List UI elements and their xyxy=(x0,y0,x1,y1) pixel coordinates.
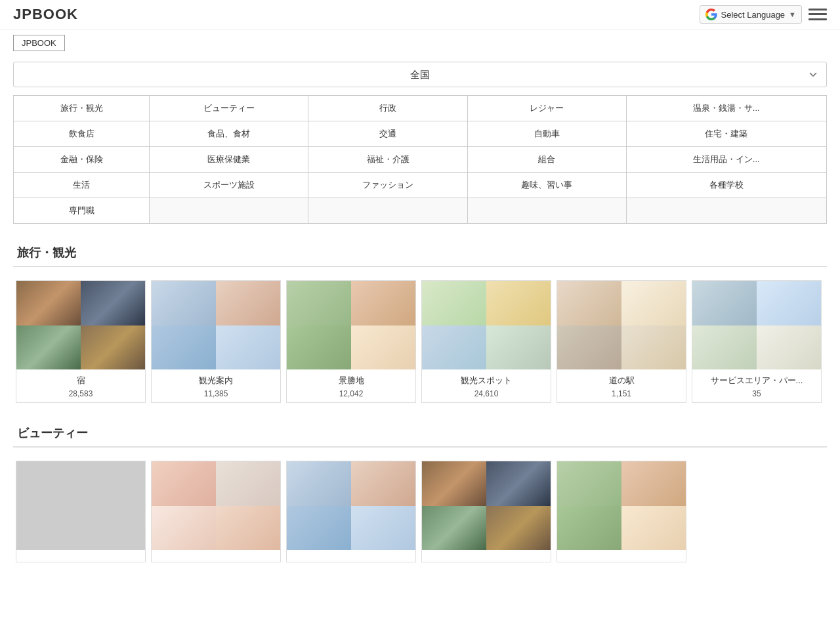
beauty-card[interactable] xyxy=(286,461,416,562)
beauty-divider xyxy=(13,446,827,448)
travel-card[interactable]: 宿 28,583 xyxy=(16,280,146,403)
card-info: サービスエリア・パー... 35 xyxy=(692,369,821,402)
page-header: JPBOOK Select Language ▼ xyxy=(0,0,840,30)
travel-cards-grid: 宿 28,583 観光案内 11,385 景勝地 12,042 xyxy=(13,278,827,406)
category-cell[interactable]: レジャー xyxy=(467,96,626,121)
card-image-tile xyxy=(81,326,145,370)
card-image-tile xyxy=(422,461,486,506)
card-count: 28,583 xyxy=(20,389,141,398)
category-cell[interactable]: 温泉・銭湯・サ... xyxy=(626,96,826,121)
travel-card[interactable]: 観光案内 11,385 xyxy=(151,280,281,403)
card-name: 観光案内 xyxy=(156,375,276,387)
travel-card[interactable]: サービスエリア・パー... 35 xyxy=(692,280,822,403)
travel-card[interactable]: 景勝地 12,042 xyxy=(286,280,416,403)
card-image-tile xyxy=(152,506,216,551)
category-section: 旅行・観光ビューティー行政レジャー温泉・銭湯・サ...飲食店食品、食材交通自動車… xyxy=(0,93,840,232)
beauty-card[interactable] xyxy=(556,461,686,562)
card-info xyxy=(16,550,145,562)
card-image-tile xyxy=(557,506,621,551)
card-image-tile xyxy=(621,326,686,370)
category-cell[interactable]: 交通 xyxy=(308,121,467,147)
card-image-tile xyxy=(16,461,81,506)
site-logo[interactable]: JPBOOK xyxy=(13,6,78,23)
card-image xyxy=(16,461,145,550)
card-image-tile xyxy=(422,281,486,326)
travel-card[interactable]: 道の駅 1,151 xyxy=(556,280,686,403)
card-image-tile xyxy=(351,281,415,326)
language-arrow: ▼ xyxy=(789,10,796,18)
card-image-tile xyxy=(216,281,280,326)
category-cell[interactable]: 生活 xyxy=(14,173,150,198)
card-image-tile xyxy=(557,461,621,506)
card-image-tile xyxy=(486,461,551,506)
category-cell[interactable]: 旅行・観光 xyxy=(14,96,150,121)
card-image xyxy=(152,461,280,550)
card-image-tile xyxy=(152,326,216,370)
breadcrumb-item[interactable]: JPBOOK xyxy=(13,35,65,51)
category-cell xyxy=(626,198,826,224)
card-image-tile xyxy=(351,506,415,551)
card-image-tile xyxy=(16,281,81,326)
region-dropdown-section: 全国 北海道 東北 関東 中部 近畿 中国 四国 九州・沖縄 xyxy=(0,56,840,93)
category-cell[interactable]: 飲食店 xyxy=(14,121,150,147)
menu-icon[interactable] xyxy=(808,7,827,22)
region-select[interactable]: 全国 北海道 東北 関東 中部 近畿 中国 四国 九州・沖縄 xyxy=(13,62,827,87)
card-image-tile xyxy=(216,326,280,370)
card-count: 12,042 xyxy=(291,389,411,398)
travel-card[interactable]: 観光スポット 24,610 xyxy=(421,280,551,403)
language-selector[interactable]: Select Language ▼ xyxy=(700,5,802,24)
category-cell[interactable]: 金融・保険 xyxy=(14,147,150,173)
category-cell[interactable]: ビューティー xyxy=(150,96,308,121)
card-image-tile xyxy=(557,281,621,326)
category-cell[interactable]: 専門職 xyxy=(14,198,150,224)
card-info xyxy=(152,550,280,562)
category-cell[interactable]: 食品、食材 xyxy=(150,121,308,147)
card-image-tile xyxy=(757,326,821,370)
beauty-card[interactable] xyxy=(151,461,281,562)
card-count: 1,151 xyxy=(561,389,682,398)
travel-divider xyxy=(13,266,827,267)
card-name: 観光スポット xyxy=(426,375,547,387)
beauty-card[interactable] xyxy=(421,461,551,562)
category-cell[interactable]: ファッション xyxy=(308,173,467,198)
card-image-tile xyxy=(81,461,145,506)
category-cell[interactable]: 趣味、習い事 xyxy=(467,173,626,198)
category-cell[interactable]: 生活用品・イン... xyxy=(626,147,826,173)
card-image xyxy=(16,281,145,369)
card-image-tile xyxy=(81,281,145,326)
card-image-tile xyxy=(621,461,686,506)
card-info xyxy=(557,550,686,562)
card-image xyxy=(422,281,551,369)
beauty-cards-grid xyxy=(13,458,827,565)
category-table: 旅行・観光ビューティー行政レジャー温泉・銭湯・サ...飲食店食品、食材交通自動車… xyxy=(13,95,827,224)
card-image-tile xyxy=(692,281,757,326)
card-info: 宿 28,583 xyxy=(16,369,145,402)
travel-section: 旅行・観光 宿 28,583 観光案内 11,385 xyxy=(0,232,840,412)
beauty-card[interactable] xyxy=(16,461,146,562)
card-info xyxy=(287,550,415,562)
category-cell[interactable]: 組合 xyxy=(467,147,626,173)
card-info xyxy=(422,550,551,562)
card-image xyxy=(152,281,280,369)
category-cell[interactable]: 自動車 xyxy=(467,121,626,147)
card-info: 景勝地 12,042 xyxy=(287,369,415,402)
card-image-tile xyxy=(692,326,757,370)
card-image-tile xyxy=(422,326,486,370)
category-cell[interactable]: 住宅・建築 xyxy=(626,121,826,147)
card-image-tile xyxy=(486,326,551,370)
card-image-tile xyxy=(287,326,351,370)
travel-section-title: 旅行・観光 xyxy=(13,238,827,266)
card-image-tile xyxy=(621,506,686,551)
category-cell[interactable]: 福祉・介護 xyxy=(308,147,467,173)
card-count: 35 xyxy=(696,389,817,398)
card-image-tile xyxy=(152,461,216,506)
card-info: 観光案内 11,385 xyxy=(152,369,280,402)
card-name: 宿 xyxy=(20,375,141,387)
category-cell[interactable]: 各種学校 xyxy=(626,173,826,198)
category-cell[interactable]: 行政 xyxy=(308,96,467,121)
category-cell[interactable]: スポーツ施設 xyxy=(150,173,308,198)
card-image-tile xyxy=(216,506,280,551)
category-cell[interactable]: 医療保健業 xyxy=(150,147,308,173)
card-image xyxy=(557,461,686,550)
menu-line-1 xyxy=(808,9,827,10)
